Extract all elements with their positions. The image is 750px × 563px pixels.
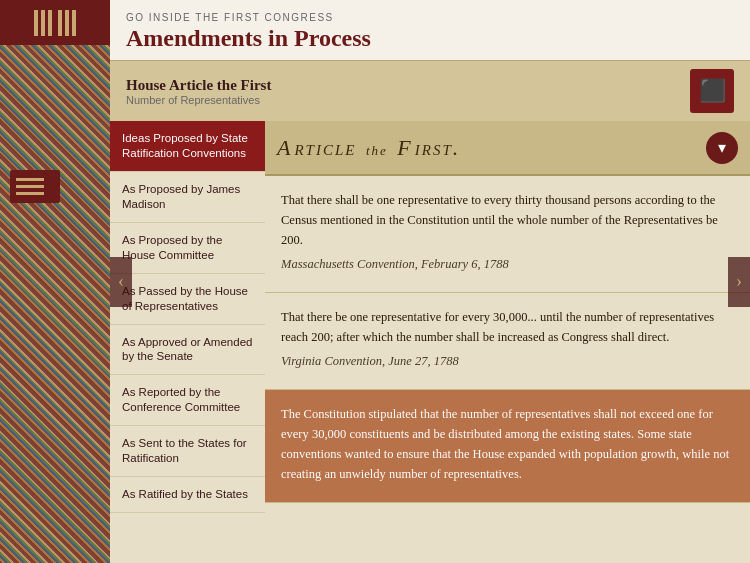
article-first-text: ARTICLE the FIRST.: [277, 135, 462, 160]
main-content-area: GO INSIDE THE FIRST CONGRESS Amendments …: [110, 0, 750, 563]
left-decorative-strip: [0, 0, 110, 563]
two-column-layout: Ideas Proposed by State Ratification Con…: [110, 121, 750, 563]
column-line: [34, 10, 38, 36]
column-line: [65, 10, 69, 36]
column-line: [72, 10, 76, 36]
article-first-heading: ARTICLE the FIRST.: [277, 135, 462, 161]
section-label: GO INSIDE THE FIRST CONGRESS: [126, 12, 734, 23]
nav-item-house-passed[interactable]: As Passed by the House of Representative…: [110, 274, 265, 325]
hamburger-line-2: [16, 185, 44, 188]
arrow-left-icon: ‹: [118, 271, 124, 292]
content-block-2-citation: Virginia Convention, June 27, 1788: [281, 351, 734, 371]
nav-item-conference-committee[interactable]: As Reported by the Conference Committee: [110, 375, 265, 426]
content-column: ARTICLE the FIRST. ▾ That there shall be…: [265, 121, 750, 563]
nav-column: Ideas Proposed by State Ratification Con…: [110, 121, 265, 563]
nav-item-ratified[interactable]: As Ratified by the States: [110, 477, 265, 513]
article-image-banner: ARTICLE the FIRST. ▾: [265, 121, 750, 176]
nav-item-house-committee[interactable]: As Proposed by the House Committee: [110, 223, 265, 274]
prev-arrow-button[interactable]: ‹: [110, 257, 132, 307]
column-icons-2: [58, 10, 76, 36]
column-line: [58, 10, 62, 36]
book-icon[interactable]: ⬛: [690, 69, 734, 113]
content-block-2: That there be one representative for eve…: [265, 293, 750, 390]
chevron-down-icon: ▾: [718, 138, 726, 157]
nav-item-ideas-state[interactable]: Ideas Proposed by State Ratification Con…: [110, 121, 265, 172]
content-block-1: That there shall be one representative t…: [265, 176, 750, 293]
nav-item-senate-amended[interactable]: As Approved or Amended by the Senate: [110, 325, 265, 376]
column-line: [41, 10, 45, 36]
content-block-1-citation: Massachusetts Convention, February 6, 17…: [281, 254, 734, 274]
nav-item-sent-states[interactable]: As Sent to the States for Ratification: [110, 426, 265, 477]
column-line: [48, 10, 52, 36]
article-header-bar: House Article the First Number of Repres…: [110, 60, 750, 121]
content-block-3-highlighted: The Constitution stipulated that the num…: [265, 390, 750, 503]
article-subtitle: Number of Representatives: [126, 94, 271, 106]
content-block-1-body: That there shall be one representative t…: [281, 190, 734, 250]
content-block-3-body: The Constitution stipulated that the num…: [281, 404, 734, 484]
book-symbol: ⬛: [699, 78, 726, 104]
marbled-background: [0, 45, 110, 563]
arrow-right-icon: ›: [736, 271, 742, 292]
content-block-2-body: That there be one representative for eve…: [281, 307, 734, 347]
page-header: GO INSIDE THE FIRST CONGRESS Amendments …: [110, 0, 750, 60]
top-icon-bar: [0, 0, 110, 45]
next-arrow-button[interactable]: ›: [728, 257, 750, 307]
hamburger-line-3: [16, 192, 44, 195]
chevron-down-button[interactable]: ▾: [706, 132, 738, 164]
column-icons: [34, 10, 52, 36]
nav-toggle-button[interactable]: [10, 170, 60, 203]
article-header-text: House Article the First Number of Repres…: [126, 77, 271, 106]
article-title: House Article the First: [126, 77, 271, 94]
hamburger-line-1: [16, 178, 44, 181]
nav-item-james-madison[interactable]: As Proposed by James Madison: [110, 172, 265, 223]
content-blocks: That there shall be one representative t…: [265, 176, 750, 503]
page-title: Amendments in Process: [126, 25, 734, 52]
